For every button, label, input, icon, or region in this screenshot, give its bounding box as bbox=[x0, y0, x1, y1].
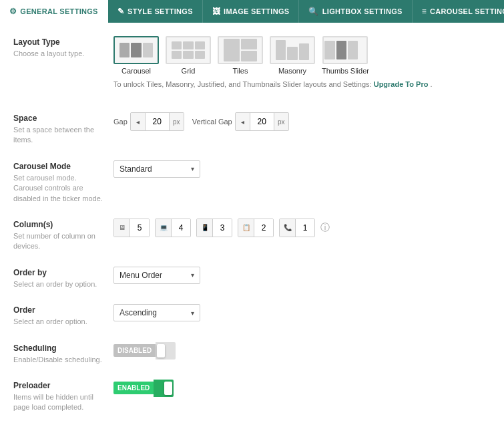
layout-setting-row: Layout Type Choose a layout type. Carous… bbox=[13, 36, 491, 98]
tab-general-label: GENERAL SETTINGS bbox=[20, 7, 97, 15]
scheduling-knob bbox=[157, 344, 165, 358]
order-select[interactable]: Ascending ▾ bbox=[113, 304, 200, 321]
orderby-value: Menu Order bbox=[119, 271, 162, 280]
general-icon: ⚙ bbox=[9, 7, 17, 16]
layout-thumb-masonry bbox=[270, 36, 315, 64]
scheduling-switch[interactable] bbox=[156, 342, 176, 360]
space-control: Gap ◂ px Vertical Gap ◂ px bbox=[113, 112, 491, 131]
scheduling-control: DISABLED bbox=[113, 342, 491, 360]
layout-carousel-label: Carousel bbox=[121, 67, 151, 75]
orderby-chevron: ▾ bbox=[191, 271, 194, 279]
tab-image[interactable]: 🖼 IMAGE SETTINGS bbox=[203, 0, 300, 23]
orderby-control: Menu Order ▾ bbox=[113, 267, 491, 284]
carousel-mode-title: Carousel Mode bbox=[13, 162, 107, 171]
layout-option-tiles[interactable]: Tiles bbox=[218, 36, 263, 75]
gap-group: Gap ◂ px bbox=[113, 112, 184, 131]
col-input-1[interactable] bbox=[296, 219, 314, 237]
main-content: Layout Type Choose a layout type. Carous… bbox=[0, 23, 504, 425]
layout-grid-label: Grid bbox=[182, 67, 196, 75]
col-input-3[interactable] bbox=[213, 219, 232, 237]
upgrade-link[interactable]: Upgrade To Pro bbox=[374, 80, 431, 88]
orderby-select[interactable]: Menu Order ▾ bbox=[113, 267, 200, 284]
orderby-setting-row: Order by Select an order by option. Menu… bbox=[13, 267, 491, 289]
carousel-mode-control: Standard ▾ bbox=[113, 160, 491, 178]
layout-thumb-grid bbox=[166, 36, 211, 64]
col-icon-small-tablet: 📋 bbox=[238, 219, 254, 237]
space-desc: Set a space between the items. bbox=[13, 125, 107, 146]
gap-decrement[interactable]: ◂ bbox=[131, 113, 146, 130]
order-label-col: Order Select an order option. bbox=[13, 304, 113, 327]
tab-general[interactable]: ⚙ GENERAL SETTINGS bbox=[0, 0, 108, 23]
space-setting-row: Space Set a space between the items. Gap… bbox=[13, 112, 491, 146]
layout-option-masonry[interactable]: Masonry bbox=[270, 36, 315, 75]
layout-option-thumbs[interactable]: Thumbs Slider bbox=[322, 36, 369, 75]
orderby-title: Order by bbox=[13, 268, 107, 277]
tab-style-label: STYLE SETTINGS bbox=[128, 7, 193, 15]
scheduling-toggle[interactable]: DISABLED bbox=[113, 342, 491, 360]
col-input-2[interactable] bbox=[254, 219, 273, 237]
col-group-1: 📞 bbox=[279, 219, 315, 237]
columns-label-col: Column(s) Set number of column on device… bbox=[13, 219, 113, 252]
order-title: Order bbox=[13, 305, 107, 315]
layout-option-carousel[interactable]: Carousel bbox=[113, 36, 159, 75]
image-icon: 🖼 bbox=[212, 7, 220, 16]
carousel-icon: ≡ bbox=[422, 7, 427, 16]
tab-image-label: IMAGE SETTINGS bbox=[224, 7, 289, 15]
columns-row: 🖥 💻 📱 📋 bbox=[113, 219, 491, 237]
style-icon: ✎ bbox=[117, 7, 124, 16]
columns-control: 🖥 💻 📱 📋 bbox=[113, 219, 491, 237]
carousel-mode-label-col: Carousel Mode Set carousel mode. Carouse… bbox=[13, 160, 113, 204]
layout-thumb-carousel bbox=[113, 36, 159, 64]
scheduling-label-col: Scheduling Enable/Disable scheduling. bbox=[13, 342, 113, 365]
vgap-group: Vertical Gap ◂ px bbox=[192, 112, 289, 131]
order-control: Ascending ▾ bbox=[113, 304, 491, 321]
order-value: Ascending bbox=[119, 308, 157, 317]
columns-title: Column(s) bbox=[13, 220, 107, 229]
preloader-toggle[interactable]: ENABLED bbox=[113, 380, 491, 397]
col-input-5[interactable] bbox=[130, 219, 149, 237]
columns-desc: Set number of column on devices. bbox=[13, 231, 107, 252]
col-icon-desktop: 🖥 bbox=[114, 219, 130, 237]
columns-help-icon[interactable]: ⓘ bbox=[320, 222, 330, 234]
scheduling-desc: Enable/Disable scheduling. bbox=[13, 355, 107, 365]
preloader-title: Preloader bbox=[13, 381, 107, 390]
layout-options: Carousel Grid bbox=[113, 36, 491, 75]
preloader-desc: Items will be hidden until page load com… bbox=[13, 392, 107, 413]
tab-lightbox-label: LIGHTBOX SETTINGS bbox=[322, 7, 403, 15]
layout-thumb-slider bbox=[322, 36, 368, 64]
carousel-mode-desc: Set carousel mode. Carousel controls are… bbox=[13, 173, 107, 204]
tab-style[interactable]: ✎ STYLE SETTINGS bbox=[108, 0, 203, 23]
order-chevron: ▾ bbox=[191, 309, 194, 317]
vgap-decrement[interactable]: ◂ bbox=[236, 113, 250, 130]
preloader-state-label: ENABLED bbox=[113, 382, 154, 394]
unlock-text: To unlock Tiles, Masonry, Justified, and… bbox=[113, 80, 491, 88]
carousel-mode-value: Standard bbox=[119, 164, 152, 174]
gap-label: Gap bbox=[113, 118, 128, 126]
tab-bar: ⚙ GENERAL SETTINGS ✎ STYLE SETTINGS 🖼 IM… bbox=[0, 0, 504, 23]
col-input-4[interactable] bbox=[172, 219, 190, 237]
layout-title: Layout Type bbox=[13, 37, 107, 47]
layout-option-grid[interactable]: Grid bbox=[166, 36, 211, 75]
col-group-5: 🖥 bbox=[113, 219, 150, 237]
layout-desc: Choose a layout type. bbox=[13, 49, 107, 59]
scheduling-state-label: DISABLED bbox=[113, 344, 156, 357]
col-icon-laptop: 💻 bbox=[156, 219, 172, 237]
vgap-unit: px bbox=[274, 113, 288, 130]
columns-setting-row: Column(s) Set number of column on device… bbox=[13, 219, 491, 252]
preloader-control: ENABLED bbox=[113, 380, 491, 397]
orderby-desc: Select an order by option. bbox=[13, 279, 107, 289]
order-setting-row: Order Select an order option. Ascending … bbox=[13, 304, 491, 327]
scheduling-setting-row: Scheduling Enable/Disable scheduling. DI… bbox=[13, 342, 491, 365]
col-group-4: 💻 bbox=[155, 219, 191, 237]
tab-lightbox[interactable]: 🔍 LIGHTBOX SETTINGS bbox=[299, 0, 412, 23]
vgap-input[interactable] bbox=[250, 113, 274, 130]
tab-carousel[interactable]: ≡ CAROUSEL SETTINGS bbox=[413, 0, 504, 23]
lightbox-icon: 🔍 bbox=[308, 7, 318, 16]
carousel-mode-select[interactable]: Standard ▾ bbox=[113, 160, 200, 178]
preloader-switch[interactable] bbox=[154, 380, 174, 397]
layout-masonry-label: Masonry bbox=[278, 67, 306, 75]
gap-input[interactable] bbox=[146, 113, 169, 130]
col-icon-mobile: 📞 bbox=[280, 219, 296, 237]
layout-tiles-label: Tiles bbox=[233, 67, 248, 75]
tab-carousel-label: CAROUSEL SETTINGS bbox=[430, 7, 504, 15]
